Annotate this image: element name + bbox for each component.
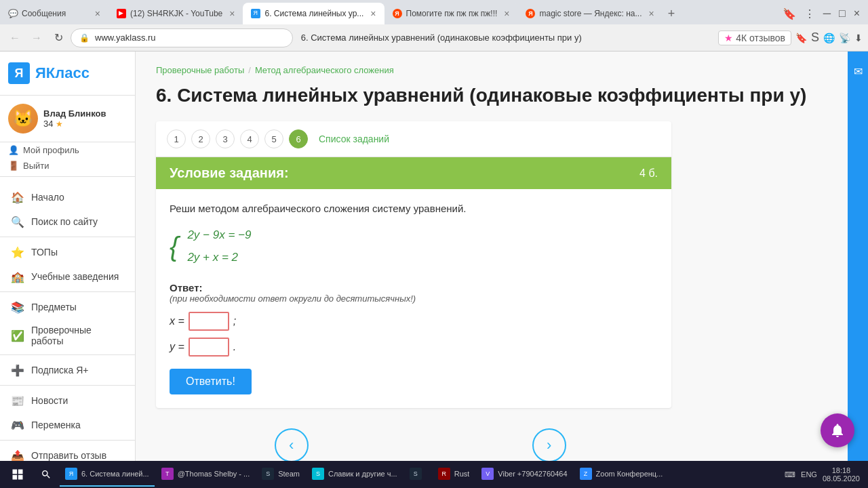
- subjects-icon: 📚: [11, 300, 24, 314]
- steam1-taskbar-text: Steam: [278, 470, 300, 478]
- nav-divider-6: [0, 440, 135, 441]
- thomas-taskbar-icon: T: [161, 468, 174, 480]
- page-btn-6[interactable]: 6: [289, 129, 308, 148]
- start-button[interactable]: [3, 462, 33, 487]
- forward-button[interactable]: →: [27, 28, 46, 47]
- content-area: Проверочные работы / Метод алгебраическо…: [136, 52, 848, 488]
- tab-messages[interactable]: 💬 Сообщения ×: [0, 3, 108, 24]
- back-button[interactable]: ←: [5, 28, 24, 47]
- nav-bar: ← → ↻ 🔒 www.yaklass.ru 6. Система линейн…: [0, 24, 868, 52]
- address-text: www.yaklass.ru: [95, 33, 284, 43]
- taskbar-right: ⌨ ENG 18:18 08.05.2020: [785, 466, 865, 483]
- tab-bar: 💬 Сообщения × ▶ (12) SH4RKJK - YouTube ×…: [0, 0, 868, 24]
- nav-divider-5: [0, 385, 135, 386]
- notification-bell[interactable]: [821, 413, 854, 447]
- tab-close-yt[interactable]: ×: [229, 8, 235, 19]
- answer-row-x: x = ;: [170, 312, 658, 331]
- tab-close-help[interactable]: ×: [504, 8, 509, 19]
- nav-item-tops[interactable]: ⭐ ТОПы: [0, 240, 135, 264]
- nav-item-subjects[interactable]: 📚 Предметы: [0, 295, 135, 319]
- nav-item-news-label: Новости: [31, 395, 68, 406]
- search-icon: 🔍: [11, 215, 24, 228]
- submit-button[interactable]: Ответить!: [170, 369, 252, 394]
- mail-icon[interactable]: ✉: [854, 65, 863, 78]
- tab-close[interactable]: ×: [95, 8, 100, 19]
- new-tab-button[interactable]: +: [663, 3, 681, 24]
- nav-item-search[interactable]: 🔍 Поиск по сайту: [0, 209, 135, 234]
- page-btn-5[interactable]: 5: [264, 129, 283, 148]
- bookmark-icon2[interactable]: 🔖: [795, 33, 807, 43]
- pagination-bar: 1 2 3 4 5 6 Список заданий: [156, 121, 671, 157]
- list-icon: ›: [532, 428, 566, 462]
- tab-close-magic[interactable]: ×: [649, 8, 654, 19]
- tab-title-magic: magic store — Яндекс: на...: [539, 9, 642, 18]
- bell-icon: [829, 422, 846, 439]
- cast-icon[interactable]: 📡: [839, 33, 850, 43]
- avatar: 🐱: [8, 104, 38, 134]
- menu-icon[interactable]: ⋮: [802, 6, 818, 22]
- reviews-badge[interactable]: ★ 4К отзывов: [718, 30, 791, 45]
- taskbar-app-steam2[interactable]: S: [404, 462, 431, 487]
- taskbar-app-rust[interactable]: R Rust: [433, 462, 475, 487]
- nav-item-home[interactable]: 🏠 Начало: [0, 185, 135, 209]
- zoom-taskbar-text: Zoom Конференц...: [596, 470, 663, 478]
- page-btn-4[interactable]: 4: [240, 129, 259, 148]
- x-input[interactable]: [189, 312, 229, 331]
- breadcrumb-current[interactable]: Метод алгебраического сложения: [255, 65, 394, 75]
- logo-text: ЯКласс: [35, 64, 90, 82]
- restore-button[interactable]: □: [836, 6, 848, 21]
- taskbar-app-thomas[interactable]: T @Thomas Shelby - ...: [156, 462, 256, 487]
- minimize-button[interactable]: ─: [821, 6, 833, 21]
- address-bar[interactable]: 🔒 www.yaklass.ru: [71, 28, 293, 47]
- taskbar-app-viber[interactable]: V Viber +79042760464: [476, 462, 572, 487]
- translate-icon[interactable]: 🌐: [823, 33, 835, 43]
- lock-icon: 🔒: [79, 33, 90, 43]
- nav-item-schools[interactable]: 🏫 Учебные заведения: [0, 264, 135, 289]
- y-input[interactable]: [189, 338, 229, 357]
- page-btn-3[interactable]: 3: [216, 129, 235, 148]
- tab-favicon: 💬: [8, 9, 18, 18]
- nav-item-home-label: Начало: [31, 192, 64, 203]
- page-title-bar: 6. Система линейных уравнений (одинаковы…: [301, 33, 711, 43]
- nav-item-break[interactable]: 🎮 Переменка: [0, 413, 135, 437]
- nav-divider-4: [0, 354, 135, 355]
- taskbar-search-button[interactable]: [34, 462, 58, 487]
- close-button[interactable]: ×: [851, 6, 863, 21]
- rust-taskbar-text: Rust: [454, 470, 470, 478]
- page-btn-1[interactable]: 1: [167, 129, 186, 148]
- nav-item-tests[interactable]: ✅ Проверочные работы: [0, 319, 135, 352]
- tab-title-yaklass: 6. Система линейных ур...: [264, 9, 363, 18]
- taskbar-app-slavik[interactable]: S Славик и другие ч...: [307, 462, 403, 487]
- answer-row-y: y = .: [170, 338, 658, 357]
- yaklass-taskbar-icon: Я: [65, 468, 77, 480]
- tab-magic[interactable]: Я magic store — Яндекс: на... ×: [517, 3, 662, 24]
- profile-link[interactable]: 👤 Мой профиль: [0, 142, 135, 158]
- viber-taskbar-text: Viber +79042760464: [498, 470, 567, 478]
- refresh-button[interactable]: ↻: [49, 28, 68, 47]
- feedback-icon: 📤: [11, 449, 24, 462]
- page-btn-2[interactable]: 2: [191, 129, 210, 148]
- tab-youtube[interactable]: ▶ (12) SH4RKJK - YouTube ×: [108, 3, 243, 24]
- user-icon[interactable]: S: [811, 30, 819, 45]
- taskbar-app-yaklass[interactable]: Я 6. Система линей...: [60, 462, 155, 487]
- tab-yaklass[interactable]: Я 6. Система линейных ур... ×: [243, 3, 384, 24]
- thomas-taskbar-text: @Thomas Shelby - ...: [178, 470, 250, 478]
- bookmark-icon[interactable]: 🔖: [780, 6, 799, 22]
- user-score: 34 ★: [43, 119, 127, 129]
- taskbar-app-steam1[interactable]: S Steam: [256, 462, 305, 487]
- nav-extras: ★ 4К отзывов 🔖 S 🌐 📡 ⬇: [718, 30, 863, 45]
- task-list-link[interactable]: Список заданий: [319, 134, 389, 144]
- download-icon[interactable]: ⬇: [854, 33, 863, 43]
- tab-help[interactable]: Я Помогите пж пж пж пж!!! ×: [384, 3, 518, 24]
- slavik-taskbar-icon: S: [312, 468, 324, 480]
- tab-close-yaklass[interactable]: ×: [370, 8, 376, 19]
- zoom-taskbar-icon: Z: [580, 468, 592, 480]
- nav-item-news[interactable]: 📰 Новости: [0, 388, 135, 413]
- task-points: 4 б.: [639, 167, 658, 180]
- logout-link-text: Выйти: [23, 161, 50, 171]
- nav-item-subjects-label: Предметы: [31, 302, 77, 312]
- taskbar-app-zoom[interactable]: Z Zoom Конференц...: [574, 462, 669, 487]
- nav-item-subscription[interactable]: ➕ Подписка Я+: [0, 358, 135, 382]
- breadcrumb-root[interactable]: Проверочные работы: [156, 65, 244, 75]
- logout-link[interactable]: 🚪 Выйти: [0, 158, 135, 174]
